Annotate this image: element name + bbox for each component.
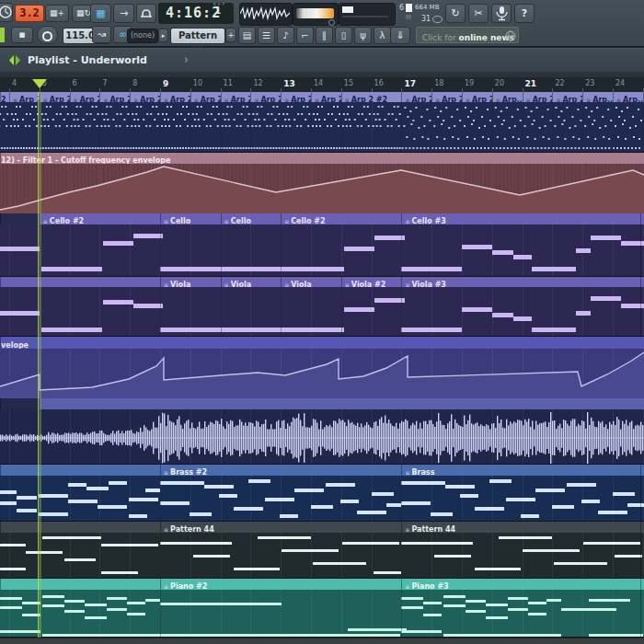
horizontal-scrollbar[interactable] [0,638,644,644]
clip-viola[interactable] [640,277,644,287]
clip-viola[interactable]: ≡Viola [160,277,221,287]
clip-audio[interactable] [40,398,644,409]
help-button[interactable]: ? [514,4,535,23]
clip-cello-3[interactable]: ≡Cello #3 [401,213,640,224]
track-body-brass[interactable] [0,476,644,522]
clip-arp-2[interactable]: ≡Arp 2 [190,92,221,102]
swing-selector[interactable]: (none) [127,29,158,43]
track-body-viola[interactable] [0,287,644,337]
clip-pattern-44[interactable]: ≡Pattern 44 [160,522,401,533]
clip-viola[interactable]: ≡Viola [281,277,341,287]
stop-button[interactable]: ■ [11,27,33,43]
pattern-prev-button[interactable]: ▸ [158,29,168,42]
clip-pattern-44[interactable]: ≡Pattern 44 [401,522,640,533]
play-button-edge[interactable] [0,28,5,42]
panel-button-touch-controller-icon[interactable]: λ [374,27,391,44]
clip-viola[interactable] [0,277,160,287]
clip-cello-2[interactable]: ≡Cello #2 [40,213,160,224]
wait-clock-button[interactable] [0,3,13,22]
clip-arp-2[interactable]: ≡Arp 2 [401,92,431,102]
oscilloscope[interactable] [239,3,293,26]
clip-menu-icon[interactable]: ≡ [405,583,409,590]
track-body-filter-cutoff-automation[interactable] [0,164,644,213]
clip-cello[interactable] [640,213,644,224]
clip-arp-2[interactable]: ≡Arp..#2 [582,92,613,102]
clip-menu-icon[interactable]: ≡ [43,218,48,224]
volume-slider[interactable] [296,8,334,18]
clip-arp-2[interactable]: ≡Arp 2 [523,92,553,102]
panel-button-plugin-picker-icon[interactable]: ψ [354,27,372,44]
mic-button[interactable] [491,4,512,23]
overload-led[interactable]: 3.2 [15,5,44,22]
clip-2[interactable]: 2 [0,92,9,102]
clip-menu-icon[interactable]: ≡ [224,218,229,224]
add-marker-button[interactable]: ▦+ [45,5,69,22]
clip-viola-3[interactable]: ≡Viola #3 [401,277,640,287]
clip-audio[interactable] [0,398,40,409]
clip-pattern-44[interactable] [0,522,160,533]
clip-arp-2[interactable]: ≡Arp 2 [9,92,40,102]
clip-menu-icon[interactable]: ≡ [405,218,409,224]
clip-piano[interactable] [0,579,160,590]
clip-brass[interactable] [640,465,644,476]
follow-playback-button[interactable]: → [113,4,134,23]
track-body-volume-automation[interactable] [0,349,644,398]
clip-cello[interactable] [0,213,40,224]
clip-arp-2[interactable]: ≡Arp 2 [160,92,190,102]
cut-tool-button[interactable]: ✂ [468,4,489,23]
slide-notes-button[interactable]: ↝ [92,26,111,43]
clip-arp-2[interactable]: ≡Arp 2 [130,92,160,102]
clip-arp-2-2[interactable]: ≡Arp 2 #2 [341,92,402,102]
clip-arp-2[interactable]: ≡Arp 2 [99,92,130,102]
panel-button-channel-rack-icon[interactable]: ☰ [258,27,275,44]
panel-button-piano-roll-icon[interactable]: ♪ [277,27,294,44]
step-edit-button[interactable]: ▦ [90,4,111,23]
clip-piano-3[interactable]: ≡Piano #3 [401,579,640,590]
clip-arp-2[interactable]: ≡Arp..#2 [613,92,643,102]
master-volume[interactable] [293,3,339,26]
clip-menu-icon[interactable]: ≡ [164,218,168,224]
clip-arp-2[interactable]: ≡Arp 2 [311,92,341,102]
sync-button[interactable]: ↻ [445,4,466,23]
clip-arp-2[interactable]: ≡Arp 2 [552,92,582,102]
panel-button-mixer-icon[interactable]: ∥ [316,27,333,44]
clip-brass[interactable]: ≡Brass [401,465,640,476]
clip-brass[interactable] [0,465,160,476]
clip-piano-2[interactable]: ≡Piano #2 [160,579,401,590]
track-body-piano[interactable] [0,590,644,638]
panel-button-browser-icon[interactable]: ▯ [335,27,352,44]
clip-arp-2[interactable]: ≡Arp 2 [250,92,281,102]
clip-cello[interactable]: ≡Cello [160,213,221,224]
clip-menu-icon[interactable]: ≡ [164,469,168,476]
track-body-audio[interactable] [0,409,644,465]
track-body-pattern-44[interactable] [0,533,644,579]
clip-arp-2[interactable]: ≡Arp 2 [40,92,70,102]
track-body-cello[interactable] [0,224,644,277]
pattern-next-button[interactable]: + [225,28,236,42]
panel-button-event-editor-icon[interactable]: ⌐ [296,27,314,44]
clip-12-filter-1-cutoff-frequency-envelope[interactable]: 12) - Filter 1 - Cutoff frequency envelo… [0,153,644,164]
clip-velope[interactable]: velope [0,337,644,349]
clip-arp-2[interactable]: ≡Arp 2 [221,92,251,102]
clip-brass-2[interactable]: ≡Brass #2 [160,465,401,476]
track-body-arp[interactable] [0,102,644,153]
clip-pattern-44[interactable] [640,522,644,533]
timeline-ruler[interactable]: 45678910111213141516171819202122232425 [0,77,644,93]
clip-arp-2[interactable]: ≡Arp 2 [462,92,492,102]
clip-viola-2[interactable]: ≡Viola #2 [341,277,402,287]
clip-arp-2[interactable]: ≡Arp 2 [281,92,311,102]
clip-menu-icon[interactable]: ≡ [405,469,409,476]
clip-menu-icon[interactable]: ≡ [284,218,289,224]
download-button[interactable]: ⇓ [390,27,410,44]
panel-button-playlist-icon[interactable]: ▤ [238,27,256,44]
playlist-titlebar[interactable]: Playlist - Underworld › [0,48,644,73]
clip-piano[interactable] [640,579,644,590]
clip-cello-2[interactable]: ≡Cello #2 [281,213,401,224]
clip-arp-2[interactable]: ≡Arp 2 [431,92,462,102]
clip-viola[interactable]: ≡Viola [221,277,282,287]
clip-menu-icon[interactable]: ≡ [164,526,168,533]
clip-cello[interactable]: ≡Cello [221,213,282,224]
record-button[interactable] [37,26,58,44]
clip-arp-3[interactable]: ≡Arp..#3 [492,92,523,102]
clip-menu-icon[interactable]: ≡ [405,526,409,533]
